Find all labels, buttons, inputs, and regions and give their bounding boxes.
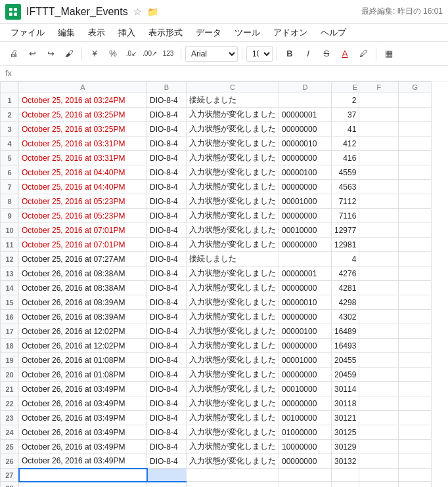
cell-23-c[interactable]: 入力状態が変化しました (187, 411, 279, 425)
cell-10-g[interactable] (399, 223, 432, 238)
cell-6-g[interactable] (399, 165, 432, 180)
italic-button[interactable]: I (300, 45, 317, 62)
currency-button[interactable]: ¥ (86, 45, 103, 62)
cell-10-e[interactable]: 12977 (332, 223, 359, 238)
cell-28-b[interactable] (147, 482, 187, 488)
cell-8-f[interactable] (359, 194, 399, 209)
cell-25-e[interactable]: 30129 (332, 440, 359, 454)
menu-view[interactable]: 表示 (83, 26, 110, 40)
cell-25-a[interactable]: October 26, 2016 at 03:49PM (19, 440, 147, 454)
font-select[interactable]: Arial (185, 46, 238, 62)
cell-4-f[interactable] (359, 137, 399, 151)
cell-7-b[interactable]: DIO-8-4 (147, 180, 187, 194)
cell-21-b[interactable]: DIO-8-4 (147, 382, 187, 396)
cell-18-f[interactable] (359, 339, 399, 353)
cell-15-a[interactable]: October 26, 2016 at 08:39AM (19, 295, 147, 310)
cell-28-a[interactable] (19, 482, 147, 488)
document-title[interactable]: IFTTT_Maker_Events (26, 6, 128, 18)
cell-10-f[interactable] (359, 223, 399, 238)
cell-20-a[interactable]: October 26, 2016 at 01:08PM (19, 368, 147, 382)
cell-24-e[interactable]: 30125 (332, 425, 359, 440)
cell-18-a[interactable]: October 26, 2016 at 12:02PM (19, 339, 147, 353)
cell-5-c[interactable]: 入力状態が変化しました (187, 151, 279, 165)
cell-5-f[interactable] (359, 151, 399, 165)
cell-19-b[interactable]: DIO-8-4 (147, 353, 187, 368)
cell-4-a[interactable]: October 25, 2016 at 03:31PM (19, 137, 147, 151)
cell-15-f[interactable] (359, 295, 399, 310)
cell-24-c[interactable]: 入力状態が変化しました (187, 425, 279, 440)
cell-14-c[interactable]: 入力状態が変化しました (187, 281, 279, 295)
cell-28-d[interactable] (279, 482, 332, 488)
cell-18-b[interactable]: DIO-8-4 (147, 339, 187, 353)
cell-20-f[interactable] (359, 368, 399, 382)
number-format-button[interactable]: 123 (160, 45, 177, 62)
cell-22-e[interactable]: 30118 (332, 396, 359, 411)
cell-15-d[interactable]: 00000010 (279, 295, 332, 310)
cell-4-e[interactable]: 412 (332, 137, 359, 151)
cell-14-g[interactable] (399, 281, 432, 295)
cell-22-f[interactable] (359, 396, 399, 411)
cell-26-b[interactable]: DIO-8-4 (147, 454, 187, 469)
cell-27-b[interactable] (147, 469, 187, 482)
cell-13-c[interactable]: 入力状態が変化しました (187, 266, 279, 281)
borders-button[interactable]: ▦ (380, 45, 397, 62)
cell-9-g[interactable] (399, 209, 432, 223)
cell-28-e[interactable] (332, 482, 359, 488)
cell-1-f[interactable] (359, 93, 399, 108)
cell-27-e[interactable] (332, 469, 359, 482)
menu-format[interactable]: 表示形式 (143, 26, 188, 40)
cell-17-f[interactable] (359, 324, 399, 339)
cell-3-g[interactable] (399, 122, 432, 137)
cell-27-g[interactable] (399, 469, 432, 482)
cell-20-e[interactable]: 20459 (332, 368, 359, 382)
cell-16-c[interactable]: 入力状態が変化しました (187, 310, 279, 324)
cell-27-c[interactable] (187, 469, 279, 482)
menu-file[interactable]: ファイル (5, 26, 50, 40)
cell-21-g[interactable] (399, 382, 432, 396)
cell-8-e[interactable]: 7112 (332, 194, 359, 209)
cell-23-g[interactable] (399, 411, 432, 425)
cell-22-g[interactable] (399, 396, 432, 411)
spreadsheet-container[interactable]: A B C D E F G 1October 25, 2016 at 03:24… (0, 81, 448, 487)
cell-6-d[interactable]: 00000100 (279, 165, 332, 180)
cell-7-g[interactable] (399, 180, 432, 194)
cell-9-b[interactable]: DIO-8-4 (147, 209, 187, 223)
cell-9-a[interactable]: October 25, 2016 at 05:23PM (19, 209, 147, 223)
cell-22-c[interactable]: 入力状態が変化しました (187, 396, 279, 411)
cell-23-d[interactable]: 00100000 (279, 411, 332, 425)
cell-11-b[interactable]: DIO-8-4 (147, 238, 187, 252)
font-size-select[interactable]: 10 (246, 46, 273, 62)
percent-button[interactable]: % (104, 45, 122, 62)
cell-11-e[interactable]: 12981 (332, 238, 359, 252)
cell-26-c[interactable]: 入力状態が変化しました (187, 454, 279, 469)
cell-1-g[interactable] (399, 93, 432, 108)
cell-17-e[interactable]: 16489 (332, 324, 359, 339)
cell-16-a[interactable]: October 26, 2016 at 08:39AM (19, 310, 147, 324)
undo-button[interactable]: ↩ (24, 45, 41, 62)
cell-20-b[interactable]: DIO-8-4 (147, 368, 187, 382)
cell-16-f[interactable] (359, 310, 399, 324)
cell-10-d[interactable]: 00010000 (279, 223, 332, 238)
cell-21-d[interactable]: 00010000 (279, 382, 332, 396)
cell-11-g[interactable] (399, 238, 432, 252)
cell-16-b[interactable]: DIO-8-4 (147, 310, 187, 324)
cell-2-a[interactable]: October 25, 2016 at 03:25PM (19, 108, 147, 122)
cell-18-g[interactable] (399, 339, 432, 353)
cell-27-d[interactable] (279, 469, 332, 482)
cell-15-e[interactable]: 4298 (332, 295, 359, 310)
decimal-dec-button[interactable]: .0↙ (123, 45, 140, 62)
cell-23-e[interactable]: 30121 (332, 411, 359, 425)
cell-9-e[interactable]: 7116 (332, 209, 359, 223)
cell-4-g[interactable] (399, 137, 432, 151)
col-header-a[interactable]: A (19, 82, 147, 93)
cell-21-e[interactable]: 30114 (332, 382, 359, 396)
cell-20-g[interactable] (399, 368, 432, 382)
cell-7-d[interactable]: 00000000 (279, 180, 332, 194)
cell-4-b[interactable]: DIO-8-4 (147, 137, 187, 151)
cell-7-e[interactable]: 4563 (332, 180, 359, 194)
cell-12-g[interactable] (399, 252, 432, 266)
cell-6-f[interactable] (359, 165, 399, 180)
cell-13-f[interactable] (359, 266, 399, 281)
cell-7-f[interactable] (359, 180, 399, 194)
cell-12-d[interactable] (279, 252, 332, 266)
